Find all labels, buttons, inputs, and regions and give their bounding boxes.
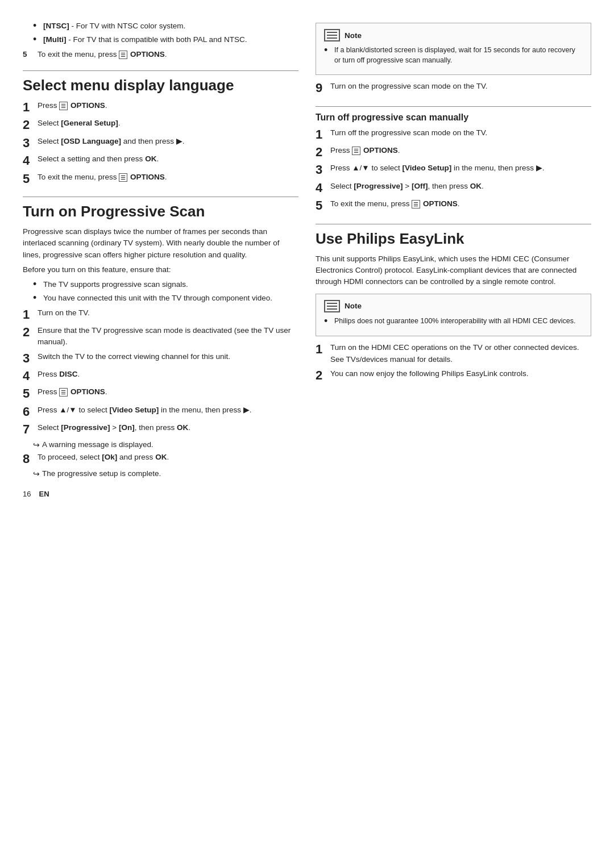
easylink-step1: 1 Turn on the HDMI CEC operations on the…: [316, 342, 591, 365]
page-footer: 16 EN: [23, 490, 591, 498]
prog-step6: 6 Press ▲/▼ to select [Video Setup] in t…: [23, 404, 298, 419]
prog-step3-num: 3: [23, 351, 38, 366]
note-el-line-3: [327, 308, 337, 310]
select-step5: 5 To exit the menu, press ☰ OPTIONS.: [23, 172, 298, 186]
select-step1-text: Press ☰ OPTIONS.: [38, 100, 298, 111]
select-step2-num: 2: [23, 118, 38, 132]
note-el-bullet-text: Philips does not guarantee 100% interope…: [334, 316, 576, 326]
options-icon-to2: ☰: [352, 147, 360, 155]
step9-block: 9 Turn on the progressive scan mode on t…: [316, 81, 591, 95]
note-easylink-bullets: • Philips does not guarantee 100% intero…: [324, 316, 583, 327]
bullet-dot-multi: •: [33, 34, 41, 45]
turnoff-step5-num: 5: [316, 198, 330, 213]
select-step4-num: 4: [23, 153, 38, 168]
prog-bullet-text-2: You have connected this unit with the TV…: [43, 293, 272, 304]
easylink-desc: This unit supports Philips EasyLink, whi…: [316, 253, 591, 288]
easylink-step2-num: 2: [316, 368, 330, 383]
arrow-sym-8: ↪: [33, 469, 40, 478]
progressive-desc1: Progressive scan displays twice the numb…: [23, 226, 298, 261]
select-step4-text: Select a setting and then press OK.: [38, 153, 298, 165]
prog-step2-text: Ensure that the TV progressive scan mode…: [38, 325, 298, 348]
prog-step2-num: 2: [23, 325, 38, 340]
top-step5: 5 To exit the menu, press ☰ OPTIONS.: [23, 49, 298, 60]
turnoff-step3-num: 3: [316, 162, 330, 177]
turnoff-step1: 1 Turn off the progressive scan mode on …: [316, 127, 591, 142]
progressive-bullet-list: • The TV supports progressive scan signa…: [33, 279, 298, 304]
easylink-step1-num: 1: [316, 342, 330, 357]
prog-step8-num: 8: [23, 452, 38, 466]
prog-bullet-2: • You have connected this unit with the …: [33, 293, 298, 304]
bullet-ntsc-text: [NTSC] - For TV with NTSC color system.: [43, 20, 185, 32]
prog-step6-num: 6: [23, 404, 38, 419]
options-icon-to5: ☰: [412, 200, 420, 208]
turnoff-step5-text: To exit the menu, press ☰ OPTIONS.: [330, 198, 591, 210]
prog-step7-arrow: ↪ A warning message is displayed.: [33, 440, 298, 449]
select-step4: 4 Select a setting and then press OK.: [23, 153, 298, 168]
bullet-multi-text: [Multi] - For TV that is compatible with…: [43, 34, 247, 45]
note-el-bullet-1: • Philips does not guarantee 100% intero…: [324, 316, 583, 327]
easylink-step2-text: You can now enjoy the following Philips …: [330, 368, 591, 379]
note-header-easylink: Note: [324, 300, 583, 312]
note-el-line-2: [327, 306, 337, 307]
note-label-top: Note: [345, 31, 362, 40]
prog-step8-text: To proceed, select [Ok] and press OK.: [38, 452, 298, 463]
top-step5-text: To exit the menu, press ☰ OPTIONS.: [38, 49, 298, 60]
select-step2: 2 Select [General Setup].: [23, 118, 298, 132]
turnoff-step4: 4 Select [Progressive] > [Off], then pre…: [316, 181, 591, 195]
multi-label: [Multi]: [43, 35, 66, 44]
bullet-dot-ntsc: •: [33, 20, 41, 32]
note-box-top: Note • If a blank/distorted screen is di…: [316, 23, 591, 75]
prog-step1-text: Turn on the TV.: [38, 307, 298, 319]
options-icon-top: ☰: [119, 51, 127, 59]
note-header-top: Note: [324, 29, 583, 41]
right-column: Note • If a blank/distorted screen is di…: [316, 17, 591, 478]
turnoff-step1-text: Turn off the progressive scan mode on th…: [330, 127, 591, 139]
options-icon-2: ☰: [119, 173, 127, 182]
prog-step5-text: Press ☰ OPTIONS.: [38, 386, 298, 398]
note-top-bullet-text: If a blank/distorted screen is displayed…: [334, 45, 583, 65]
turnoff-step2-text: Press ☰ OPTIONS.: [330, 145, 591, 156]
progressive-desc2: Before you turn on this feature, ensure …: [23, 264, 298, 276]
prog-bullet-1: • The TV supports progressive scan signa…: [33, 279, 298, 290]
prog-step4: 4 Press DISC.: [23, 369, 298, 383]
prog-step3: 3 Switch the TV to the correct viewing c…: [23, 351, 298, 366]
prog-step7-arrow-text: A warning message is displayed.: [42, 440, 154, 449]
turnoff-step1-num: 1: [316, 127, 330, 142]
prog-bullet-dot-1: •: [33, 279, 41, 290]
easylink-step2: 2 You can now enjoy the following Philip…: [316, 368, 591, 383]
ntsc-label: [NTSC]: [43, 22, 69, 30]
note-icon-line-2: [327, 35, 337, 36]
note-top-bullets: • If a blank/distorted screen is display…: [324, 45, 583, 65]
easylink-title: Use Philips EasyLink: [316, 230, 591, 248]
turn-off-title: Turn off progressive scan manually: [316, 112, 591, 123]
prog-step7-num: 7: [23, 422, 38, 437]
divider-2: [23, 197, 298, 197]
top-bullet-list: • [NTSC] - For TV with NTSC color system…: [33, 20, 298, 45]
prog-step1-num: 1: [23, 307, 38, 322]
prog-step5: 5 Press ☰ OPTIONS.: [23, 386, 298, 401]
prog-step2: 2 Ensure that the TV progressive scan mo…: [23, 325, 298, 348]
prog-step4-num: 4: [23, 369, 38, 383]
note-icon-top: [324, 29, 340, 41]
step9-num: 9: [316, 81, 330, 95]
bullet-multi: • [Multi] - For TV that is compatible wi…: [33, 34, 298, 45]
divider-1: [23, 70, 298, 71]
step9-text: Turn on the progressive scan mode on the…: [330, 81, 591, 92]
note-icon-line-3: [327, 37, 337, 39]
progressive-title: Turn on Progressive Scan: [23, 203, 298, 220]
select-step1: 1 Press ☰ OPTIONS.: [23, 100, 298, 115]
turnoff-step4-text: Select [Progressive] > [Off], then press…: [330, 181, 591, 192]
prog-step7-text: Select [Progressive] > [On], then press …: [38, 422, 298, 433]
select-step5-text: To exit the menu, press ☰ OPTIONS.: [38, 172, 298, 183]
select-step3: 3 Select [OSD Language] and then press ▶…: [23, 136, 298, 151]
turnoff-step2-num: 2: [316, 145, 330, 160]
turnoff-step2: 2 Press ☰ OPTIONS.: [316, 145, 591, 160]
note-top-bullet-dot: •: [324, 45, 332, 56]
divider-right-1: [316, 106, 591, 107]
select-step1-num: 1: [23, 100, 38, 115]
prog-bullet-dot-2: •: [33, 293, 41, 304]
prog-bullet-text-1: The TV supports progressive scan signals…: [43, 279, 188, 290]
prog-step5-num: 5: [23, 386, 38, 401]
prog-step1: 1 Turn on the TV.: [23, 307, 298, 322]
select-menu-title: Select menu display language: [23, 77, 298, 94]
